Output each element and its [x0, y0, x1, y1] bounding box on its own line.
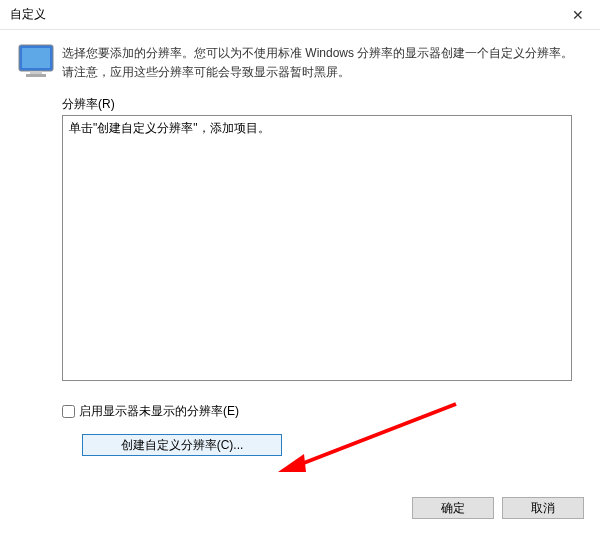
svg-rect-1 [22, 48, 50, 68]
create-custom-resolution-button[interactable]: 创建自定义分辨率(C)... [82, 434, 282, 456]
svg-rect-3 [26, 74, 46, 77]
svg-rect-2 [30, 71, 42, 74]
listbox-hint-text: 单击"创建自定义分辨率"，添加项目。 [69, 121, 270, 135]
window-title: 自定义 [10, 6, 46, 23]
close-icon: ✕ [572, 7, 584, 23]
enable-unsupported-checkbox[interactable] [62, 405, 75, 418]
checkbox-label: 启用显示器未显示的分辨率(E) [79, 403, 239, 420]
ok-button[interactable]: 确定 [412, 497, 494, 519]
header-row: 选择您要添加的分辨率。您可以为不使用标准 Windows 分辨率的显示器创建一个… [18, 44, 582, 82]
enable-unsupported-checkbox-row[interactable]: 启用显示器未显示的分辨率(E) [62, 403, 582, 420]
cancel-button[interactable]: 取消 [502, 497, 584, 519]
titlebar: 自定义 ✕ [0, 0, 600, 30]
description-text: 选择您要添加的分辨率。您可以为不使用标准 Windows 分辨率的显示器创建一个… [62, 44, 582, 82]
dialog-footer: 确定 取消 [412, 497, 584, 519]
close-button[interactable]: ✕ [556, 0, 600, 30]
resolution-label: 分辨率(R) [62, 96, 582, 113]
monitor-icon [18, 44, 54, 78]
content-area: 选择您要添加的分辨率。您可以为不使用标准 Windows 分辨率的显示器创建一个… [0, 30, 600, 456]
resolution-listbox[interactable]: 单击"创建自定义分辨率"，添加项目。 [62, 115, 572, 381]
svg-marker-5 [278, 454, 306, 472]
